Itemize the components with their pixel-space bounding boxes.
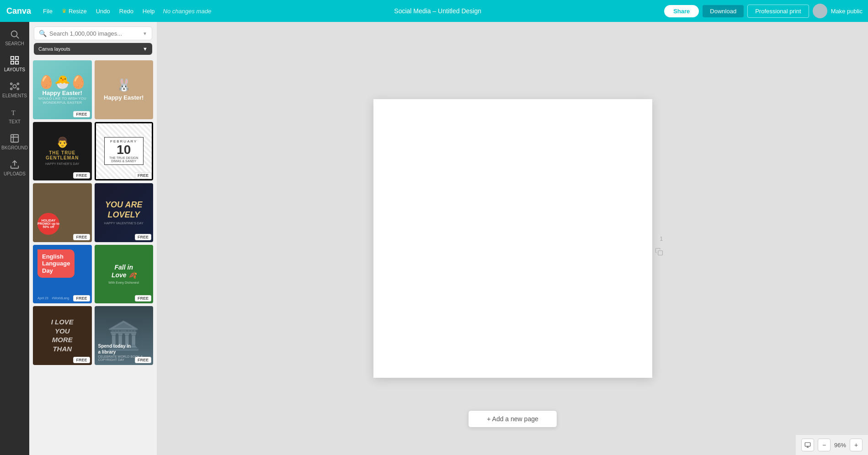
canvas-area: 1 + Add a new page − 96% + xyxy=(157,22,868,455)
svg-rect-13 xyxy=(11,135,19,143)
left-panel: 🔍 ▼ Canva layouts ▼ 🥚🐣🥚 Happy Easter! WO… xyxy=(29,22,157,455)
feb10-free-badge: FREE xyxy=(135,172,151,179)
document-title: Social Media – Untitled Design xyxy=(394,7,481,15)
feb-number: 10 xyxy=(109,143,138,156)
zoom-level: 96% xyxy=(834,442,846,449)
svg-point-9 xyxy=(17,83,19,85)
page-number: 1 xyxy=(660,235,663,242)
search-input[interactable] xyxy=(49,30,140,37)
sidebar-label-text: TEXT xyxy=(9,119,21,124)
template-english-language-day[interactable]: EnglishLanguageDay April 23 #WorldLang F… xyxy=(33,245,92,304)
filter-dropdown[interactable]: Canva layouts ▼ xyxy=(34,43,152,55)
panel-filter-area: Canva layouts ▼ xyxy=(29,43,157,58)
professional-print-button[interactable]: Professional print xyxy=(747,5,809,18)
resize-menu[interactable]: ♛ Resize xyxy=(59,6,90,16)
canvas[interactable] xyxy=(373,99,652,378)
svg-rect-5 xyxy=(11,61,14,64)
duplicate-page-button[interactable] xyxy=(655,248,663,258)
holiday-free-badge: FREE xyxy=(73,234,90,240)
svg-point-1 xyxy=(11,31,17,37)
zoom-out-button[interactable]: − xyxy=(818,439,831,451)
help-menu[interactable]: Help xyxy=(140,6,158,16)
sidebar-label-layouts: LAYOUTS xyxy=(4,67,25,72)
template-iloveyou[interactable]: I LOVEYOUMORETHAN FREE xyxy=(33,306,92,365)
zoom-in-button[interactable]: + xyxy=(850,439,863,451)
sidebar-label-background: BKGROUND xyxy=(1,145,28,150)
easter1-text: Happy Easter! xyxy=(43,90,82,96)
svg-rect-6 xyxy=(16,61,18,64)
crown-icon: ♛ xyxy=(62,8,67,14)
gentleman-free-badge: FREE xyxy=(73,172,90,179)
dropdown-arrow-icon: ▼ xyxy=(143,31,147,36)
svg-rect-15 xyxy=(658,251,662,255)
holiday-badge: HOLIDAY PROMO! up to 50% off xyxy=(37,213,59,235)
download-button[interactable]: Download xyxy=(703,5,744,17)
add-page-button[interactable]: + Add a new page xyxy=(468,410,557,428)
svg-point-8 xyxy=(11,83,12,85)
canva-logo[interactable]: Canva xyxy=(5,5,33,16)
sidebar-item-text[interactable]: T TEXT xyxy=(2,104,27,128)
template-fall-in-love[interactable]: Fall inLove 🍂 With Every Dishonest FREE xyxy=(95,245,154,304)
svg-text:T: T xyxy=(11,109,16,116)
rabbit-icon: 🐰 xyxy=(117,78,131,92)
topbar-center: Social Media – Untitled Design xyxy=(215,7,660,15)
topbar-actions: Share Download Professional print Make p… xyxy=(664,4,863,18)
sidebar-label-elements: ELEMENTS xyxy=(2,93,27,98)
template-feb10[interactable]: FEBRUARY 10 THE TRUE DESIGN DIMAS & SAND… xyxy=(95,122,154,181)
mustache-icon: 👨 xyxy=(56,137,69,148)
filter-label: Canva layouts xyxy=(38,46,70,52)
svg-point-7 xyxy=(13,85,16,88)
sidebar-item-uploads[interactable]: UPLOADS xyxy=(2,156,27,180)
sidebar-item-search[interactable]: SEARCH xyxy=(2,26,27,50)
easter2-text: Happy Easter! xyxy=(104,94,144,101)
sidebar-label-search: SEARCH xyxy=(5,41,24,46)
template-holiday[interactable]: HOLIDAY PROMO! up to 50% off FREE xyxy=(33,183,92,242)
iloveyou-free-badge: FREE xyxy=(73,357,90,363)
template-library[interactable]: 🏛️ Spend today ina library CELEBRATE WOR… xyxy=(95,306,154,365)
topbar: Canva File ♛ Resize Undo Redo Help No ch… xyxy=(0,0,868,22)
redo-button[interactable]: Redo xyxy=(117,6,136,16)
template-easter2[interactable]: 🐰 Happy Easter! xyxy=(95,60,154,119)
sidebar-item-elements[interactable]: ELEMENTS xyxy=(2,78,27,102)
sidebar-item-layouts[interactable]: LAYOUTS xyxy=(2,52,27,76)
panel-search-area: 🔍 ▼ xyxy=(29,22,157,43)
search-box[interactable]: 🔍 ▼ xyxy=(34,26,152,40)
svg-point-11 xyxy=(17,88,19,90)
template-gentleman[interactable]: 👨 THE TRUE GENTLEMAN HAPPY FATHER'S DAY … xyxy=(33,122,92,181)
template-grid: 🥚🐣🥚 Happy Easter! WOULD LIKE TO WISH YOU… xyxy=(29,58,157,455)
svg-line-2 xyxy=(16,36,19,38)
english-day-text: EnglishLanguageDay xyxy=(37,249,75,278)
make-public-button[interactable]: Make public xyxy=(831,8,863,15)
bottom-bar: − 96% + xyxy=(796,434,868,455)
sidebar-item-background[interactable]: BKGROUND xyxy=(2,130,27,154)
sidebar-icons: SEARCH LAYOUTS ELEMENTS T TEXT BKGROUND … xyxy=(0,22,29,455)
template-easter1[interactable]: 🥚🐣🥚 Happy Easter! WOULD LIKE TO WISH YOU… xyxy=(33,60,92,119)
svg-text:Canva: Canva xyxy=(6,6,32,16)
search-icon: 🔍 xyxy=(39,30,47,37)
easter-eggs-icon: 🥚🐣🥚 xyxy=(38,74,86,90)
save-status: No changes made xyxy=(163,8,212,15)
svg-rect-16 xyxy=(805,443,810,446)
canvas-wrapper-container: 1 xyxy=(373,99,652,378)
free-badge: FREE xyxy=(73,111,90,117)
template-lovely[interactable]: YOU ARE LOVELY HAPPY VALENTINE'S DAY FRE… xyxy=(95,183,154,242)
svg-point-10 xyxy=(11,88,12,90)
file-menu[interactable]: File xyxy=(40,6,55,16)
avatar[interactable] xyxy=(813,4,827,18)
svg-rect-4 xyxy=(16,57,18,59)
sidebar-label-uploads: UPLOADS xyxy=(4,171,26,176)
share-button[interactable]: Share xyxy=(664,5,699,17)
gentleman-text: THE TRUE GENTLEMAN xyxy=(36,150,89,160)
present-button[interactable] xyxy=(801,439,814,451)
library-text: Spend today ina library xyxy=(98,343,131,355)
lovely-text: YOU ARE LOVELY xyxy=(98,200,150,220)
fall-love-free-badge: FREE xyxy=(135,295,151,302)
filter-arrow-icon: ▼ xyxy=(143,46,148,52)
lovely-free-badge: FREE xyxy=(135,234,151,240)
undo-button[interactable]: Undo xyxy=(93,6,113,16)
main-layout: SEARCH LAYOUTS ELEMENTS T TEXT BKGROUND … xyxy=(0,22,868,455)
english-free-badge: FREE xyxy=(73,295,90,302)
svg-rect-3 xyxy=(11,57,14,59)
fall-love-text: Fall inLove 🍂 xyxy=(112,264,136,279)
iloveyou-text: I LOVEYOUMORETHAN xyxy=(51,317,74,353)
